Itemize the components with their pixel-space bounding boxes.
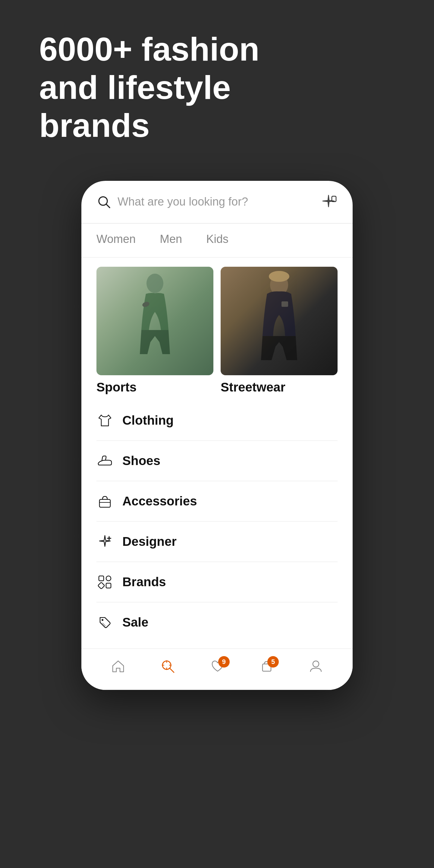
- sparkle-icon: [96, 533, 113, 550]
- bottom-nav: 9 5: [82, 648, 352, 690]
- wishlist-badge: 9: [218, 656, 230, 668]
- svg-rect-13: [106, 583, 111, 588]
- nav-cart[interactable]: 5: [259, 658, 275, 674]
- tab-men[interactable]: Men: [160, 233, 182, 248]
- cart-badge: 5: [267, 656, 279, 668]
- svg-rect-11: [106, 576, 111, 581]
- category-item-sale[interactable]: Sale: [96, 602, 338, 642]
- nav-profile[interactable]: [308, 658, 324, 674]
- category-label-brands: Brands: [122, 575, 166, 589]
- tab-women[interactable]: Women: [96, 233, 135, 248]
- svg-line-17: [170, 668, 174, 673]
- card-sports-label: Sports: [96, 380, 213, 395]
- card-sports[interactable]: Sports: [96, 267, 213, 395]
- card-sports-image: [96, 267, 213, 375]
- category-label-clothing: Clothing: [122, 413, 174, 428]
- phone-container: What are you looking for? Women Men Kids: [82, 181, 352, 690]
- category-item-designer[interactable]: Designer: [96, 522, 338, 562]
- svg-rect-10: [99, 576, 104, 581]
- page-wrapper: 6000+ fashion and lifestyle brands What …: [0, 0, 434, 868]
- category-item-clothing[interactable]: Clothing: [96, 401, 338, 441]
- category-item-brands[interactable]: Brands: [96, 562, 338, 602]
- category-label-sale: Sale: [122, 615, 148, 629]
- search-bar[interactable]: What are you looking for?: [82, 181, 352, 224]
- category-label-shoes: Shoes: [122, 454, 160, 468]
- grid-icon: [96, 574, 113, 590]
- bag-icon: [96, 493, 113, 510]
- headline: 6000+ fashion and lifestyle brands: [39, 30, 310, 145]
- nav-wishlist[interactable]: 9: [210, 658, 225, 674]
- card-streetwear-image: [221, 267, 338, 375]
- svg-rect-12: [98, 582, 105, 589]
- svg-point-23: [313, 661, 319, 667]
- shoe-icon: [96, 453, 113, 469]
- nav-home[interactable]: [110, 658, 126, 674]
- category-tabs: Women Men Kids: [82, 224, 352, 258]
- svg-point-3: [147, 274, 163, 293]
- card-streetwear[interactable]: Streetwear: [221, 267, 338, 395]
- tag-icon: [96, 614, 113, 631]
- shirt-icon: [96, 412, 113, 429]
- tab-kids[interactable]: Kids: [206, 233, 228, 248]
- svg-point-6: [269, 271, 289, 282]
- svg-rect-7: [281, 301, 288, 307]
- category-label-designer: Designer: [122, 534, 177, 549]
- ai-icon[interactable]: [319, 193, 338, 211]
- category-list: Clothing Shoes: [82, 398, 352, 648]
- svg-point-14: [101, 619, 103, 621]
- card-streetwear-label: Streetwear: [221, 380, 338, 395]
- search-input[interactable]: What are you looking for?: [118, 195, 313, 208]
- image-cards: Sports: [82, 258, 352, 398]
- search-icon: [96, 194, 112, 210]
- category-label-accessories: Accessories: [122, 494, 197, 508]
- svg-line-1: [106, 204, 110, 208]
- nav-search[interactable]: [159, 658, 176, 675]
- category-item-shoes[interactable]: Shoes: [96, 441, 338, 481]
- category-item-accessories[interactable]: Accessories: [96, 481, 338, 522]
- svg-rect-8: [99, 499, 110, 507]
